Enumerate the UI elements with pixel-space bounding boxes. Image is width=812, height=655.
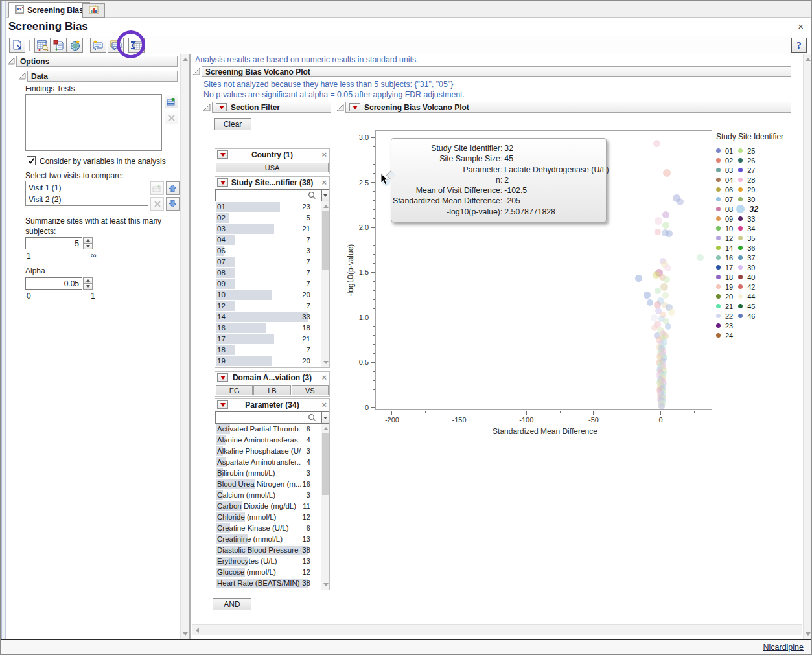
data-point[interactable] (654, 301, 661, 308)
add-test-button[interactable] (165, 95, 178, 108)
legend-item-26[interactable]: 26 (738, 155, 758, 165)
legend-item-20[interactable]: 20 (716, 292, 733, 301)
data-point[interactable] (677, 198, 684, 205)
parameter-filter-header[interactable]: Parameter (34) × (215, 399, 329, 411)
visit-row[interactable]: Visit 2 (2) (29, 194, 145, 205)
remove-visit-button[interactable] (150, 197, 164, 211)
min-subjects-input[interactable]: 5 (25, 237, 82, 249)
volcano-outline-header[interactable]: Screening Bias Volcano Plot (202, 66, 791, 77)
legend-item-07[interactable]: 07 (716, 194, 733, 204)
volcano-subheader[interactable]: Screening Bias Volcano Plot (345, 102, 791, 113)
volcano-menu-icon[interactable] (349, 103, 360, 111)
legend-item-16[interactable]: 16 (716, 253, 733, 262)
data-point[interactable] (663, 169, 671, 177)
domain-item-lb[interactable]: LB (253, 385, 290, 395)
site-search-dropdown-icon[interactable] (321, 189, 329, 201)
site-menu-icon[interactable] (217, 178, 228, 187)
site-filter-header[interactable]: Study Site...ntifier (38) × (215, 177, 329, 189)
web-report-icon[interactable] (67, 38, 83, 53)
section-filter-menu-icon[interactable] (216, 103, 227, 111)
visit-row[interactable]: Visit 1 (1) (29, 182, 145, 194)
data-point[interactable] (644, 292, 651, 299)
legend-item-18[interactable]: 18 (716, 272, 733, 282)
site-list-scrollbar[interactable] (321, 201, 329, 367)
parameter-row[interactable]: Alanine Aminotransferas...4 (215, 435, 321, 446)
data-point[interactable] (653, 140, 660, 147)
site-row[interactable]: 025 (215, 213, 321, 224)
legend-item-14[interactable]: 14 (716, 243, 733, 253)
parameter-row[interactable]: Calcium (mmol/L)3 (215, 490, 321, 501)
horizontal-scrollbar[interactable] (192, 624, 802, 635)
parameter-row[interactable]: Chloride (mmol/L)12 (215, 512, 321, 523)
parameter-row[interactable]: Carbon Dioxide (mg/dL)11 (215, 501, 321, 512)
legend-item-27[interactable]: 27 (738, 165, 758, 175)
parameter-row[interactable]: Erythrocytes (U/L)13 (215, 556, 321, 567)
min-subjects-stepper[interactable] (83, 237, 93, 249)
data-outline-header[interactable]: Data (27, 71, 178, 82)
legend-item-23[interactable]: 23 (716, 321, 733, 330)
legend-item-42[interactable]: 42 (738, 282, 758, 292)
parameter-row[interactable]: Diastolic Blood Pressure (...38 (215, 545, 321, 556)
data-point[interactable] (658, 403, 665, 409)
parameter-row[interactable]: Heart Rate (BEATS/MIN)38 (215, 578, 321, 589)
data-point[interactable] (668, 308, 675, 316)
site-row[interactable]: 1618 (215, 323, 321, 334)
site-close-icon[interactable]: × (321, 178, 327, 187)
move-up-button[interactable] (166, 181, 180, 195)
parameter-row[interactable]: Blood Urea Nitrogen (m...16 (215, 479, 321, 490)
close-icon[interactable]: × (798, 21, 804, 32)
volcano-sub-disclosure-icon[interactable] (336, 104, 344, 111)
move-down-button[interactable] (166, 197, 180, 211)
options-disclosure-icon[interactable] (7, 57, 15, 65)
legend-item-29[interactable]: 29 (738, 185, 758, 194)
options-outline-header[interactable]: Options (16, 56, 178, 67)
parameter-close-icon[interactable]: × (321, 400, 327, 409)
parameter-menu-icon[interactable] (217, 400, 228, 409)
tab-chart[interactable] (82, 3, 105, 18)
legend-item-04[interactable]: 04 (716, 175, 733, 185)
report-icon[interactable] (9, 38, 25, 53)
legend-item-22[interactable]: 22 (716, 311, 733, 321)
site-row[interactable]: 127 (215, 301, 321, 312)
legend-item-06[interactable]: 06 (716, 185, 733, 194)
site-row[interactable]: 097 (215, 279, 321, 290)
country-item-usa[interactable]: USA (216, 163, 329, 172)
data-point[interactable] (655, 229, 661, 235)
data-point[interactable] (651, 314, 658, 321)
site-row[interactable]: 1920 (215, 356, 321, 367)
site-row[interactable]: 1020 (215, 290, 321, 301)
legend-item-09[interactable]: 09 (716, 214, 733, 224)
parameter-row[interactable]: Glucose (mmol/L)12 (215, 567, 321, 578)
domain-menu-icon[interactable] (217, 373, 228, 382)
country-menu-icon[interactable] (217, 150, 228, 159)
parameter-row[interactable]: Activated Partial Thromb...6 (215, 424, 321, 435)
domain-close-icon[interactable]: × (321, 373, 327, 382)
panel-splitter[interactable] (189, 54, 191, 639)
data-point[interactable] (662, 211, 669, 218)
domain-filter-header[interactable]: Domain A...viation (3) × (215, 372, 329, 384)
data-point[interactable] (662, 222, 669, 229)
legend-item-30[interactable]: 30 (738, 194, 758, 204)
legend-item-34[interactable]: 34 (738, 224, 758, 233)
data-point[interactable] (660, 283, 668, 291)
site-row[interactable]: 187 (215, 345, 321, 356)
data-table-search-icon[interactable] (34, 38, 51, 53)
legend-item-19[interactable]: 19 (716, 282, 733, 292)
data-point[interactable] (635, 275, 642, 282)
site-row[interactable]: 0123 (215, 201, 321, 213)
legend-item-17[interactable]: 17 (716, 262, 733, 272)
site-search-input[interactable] (215, 189, 321, 201)
legend-item-40[interactable]: 40 (738, 272, 758, 282)
legend-item-36[interactable]: 36 (738, 243, 758, 253)
parameter-row[interactable]: Creatine Kinase (U/L)6 (215, 523, 321, 534)
site-row[interactable]: 0321 (215, 224, 321, 235)
legend-item-24[interactable]: 24 (716, 330, 733, 340)
country-filter-header[interactable]: Country (1) × (215, 149, 329, 161)
parameter-row[interactable]: Creatinine (mmol/L)13 (215, 534, 321, 545)
and-button[interactable]: AND (213, 598, 251, 610)
consider-checkbox[interactable] (27, 156, 36, 165)
data-point[interactable] (647, 299, 653, 306)
left-panel-scrollbar[interactable] (180, 54, 189, 639)
legend-item-01[interactable]: 01 (716, 146, 733, 155)
legend-item-35[interactable]: 35 (738, 233, 758, 243)
